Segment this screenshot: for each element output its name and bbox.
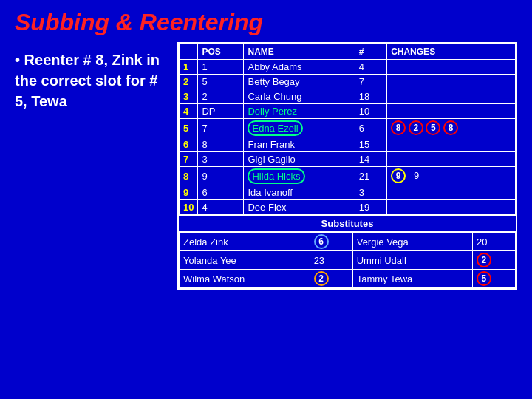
row-jersey: 19 xyxy=(355,200,386,215)
row-number: 10 xyxy=(180,200,198,215)
table-row: 6 8 Fran Frank 15 xyxy=(180,137,516,152)
row-changes: 8 2 5 8 xyxy=(387,119,516,137)
row-jersey: 7 xyxy=(355,75,386,89)
content-area: • Reenter # 8, Zink in the correct slot … xyxy=(0,42,532,290)
col-header-empty xyxy=(180,44,198,60)
row-pos: 4 xyxy=(198,200,244,215)
sub-row: Wilma Watson 2 Tammy Tewa 5 xyxy=(180,270,516,288)
col-header-pos: POS xyxy=(198,44,244,60)
row-pos: 5 xyxy=(198,75,244,89)
sub-num2: 20 xyxy=(472,233,515,251)
substitutes-table: Zelda Zink 6 Vergie Vega 20 Yolanda Yee … xyxy=(179,232,516,288)
col-header-changes: CHANGES xyxy=(387,44,516,60)
row-jersey: 18 xyxy=(355,89,386,104)
row-jersey: 21 xyxy=(355,167,386,185)
sub-name2: Ummi Udall xyxy=(352,251,472,270)
row-name: Fran Frank xyxy=(244,137,355,152)
table-row: 5 7 Edna Ezell 6 8 2 5 8 xyxy=(180,119,516,137)
row-number: 5 xyxy=(180,119,198,137)
name-oval-hilda: Hilda Hicks xyxy=(248,168,304,184)
row-jersey: 6 xyxy=(355,119,386,137)
row-jersey: 10 xyxy=(355,104,386,119)
row-number: 9 xyxy=(180,185,198,200)
row-jersey: 15 xyxy=(355,137,386,152)
row-changes: 9 9 xyxy=(387,167,516,185)
change-circle-8b: 8 xyxy=(443,120,458,135)
table-row: 1 1 Abby Adams 4 xyxy=(180,60,516,75)
change-circle-9a: 9 xyxy=(391,168,406,183)
sub-circle-2b: 2 xyxy=(314,271,329,286)
row-jersey: 14 xyxy=(355,152,386,167)
col-header-name: NAME xyxy=(244,44,355,60)
change-circle-5: 5 xyxy=(426,120,440,135)
row-pos: 3 xyxy=(198,152,244,167)
row-number: 8 xyxy=(180,167,198,185)
row-name: Dee Flex xyxy=(244,200,355,215)
row-name: Gigi Gaglio xyxy=(244,152,355,167)
row-changes xyxy=(387,200,516,215)
row-number: 7 xyxy=(180,152,198,167)
bullet-text-block: • Reenter # 8, Zink in the correct slot … xyxy=(15,42,163,112)
table-row: 3 2 Carla Chung 18 xyxy=(180,89,516,104)
sub-num2: 2 xyxy=(472,251,515,270)
row-changes xyxy=(387,75,516,89)
row-changes xyxy=(387,152,516,167)
row-pos: 6 xyxy=(198,185,244,200)
sub-circle-2: 2 xyxy=(477,253,491,267)
row-name: Dolly Perez xyxy=(244,104,355,119)
row-pos: DP xyxy=(198,104,244,119)
change-plain-9b: 9 xyxy=(414,170,419,181)
roster-table: POS NAME # CHANGES 1 1 Abby Adams 4 2 xyxy=(179,44,516,215)
change-circle-2: 2 xyxy=(409,120,423,135)
table-row: 9 6 Ida Ivanoff 3 xyxy=(180,185,516,200)
sub-row: Yolanda Yee 23 Ummi Udall 2 xyxy=(180,251,516,270)
row-name: Abby Adams xyxy=(244,60,355,75)
sub-name2: Vergie Vega xyxy=(352,233,472,251)
sub-circle-5: 5 xyxy=(477,271,491,286)
row-pos: 8 xyxy=(198,137,244,152)
row-number: 6 xyxy=(180,137,198,152)
table-row: 10 4 Dee Flex 19 xyxy=(180,200,516,215)
substitutes-header: Substitutes xyxy=(179,215,516,232)
row-changes xyxy=(387,60,516,75)
row-pos: 1 xyxy=(198,60,244,75)
row-number: 2 xyxy=(180,75,198,89)
row-changes xyxy=(387,89,516,104)
sub-name2: Tammy Tewa xyxy=(352,270,472,288)
row-name: Edna Ezell xyxy=(244,119,355,137)
row-name: Hilda Hicks xyxy=(244,167,355,185)
sub-name1: Wilma Watson xyxy=(180,270,310,288)
table-row: 7 3 Gigi Gaglio 14 xyxy=(180,152,516,167)
table-row: 8 9 Hilda Hicks 21 9 9 xyxy=(180,167,516,185)
row-name: Betty Begay xyxy=(244,75,355,89)
name-oval: Edna Ezell xyxy=(248,120,302,136)
table-row: 2 5 Betty Begay 7 xyxy=(180,75,516,89)
sub-name1: Yolanda Yee xyxy=(180,251,310,270)
sub-circle-6: 6 xyxy=(314,234,329,249)
page-title: Subbing & Reentering xyxy=(0,0,532,42)
row-number: 4 xyxy=(180,104,198,119)
sub-num1: 23 xyxy=(310,251,352,270)
row-changes xyxy=(387,137,516,152)
row-changes xyxy=(387,185,516,200)
row-name: Ida Ivanoff xyxy=(244,185,355,200)
row-changes xyxy=(387,104,516,119)
col-header-num: # xyxy=(355,44,386,60)
row-pos: 9 xyxy=(198,167,244,185)
sub-num1: 6 xyxy=(310,233,352,251)
change-circle-8: 8 xyxy=(391,120,406,135)
row-pos: 2 xyxy=(198,89,244,104)
row-jersey: 3 xyxy=(355,185,386,200)
table-row: 4 DP Dolly Perez 10 xyxy=(180,104,516,119)
row-name: Carla Chung xyxy=(244,89,355,104)
row-pos: 7 xyxy=(198,119,244,137)
roster-table-container: POS NAME # CHANGES 1 1 Abby Adams 4 2 xyxy=(177,42,517,290)
sub-name1: Zelda Zink xyxy=(180,233,310,251)
sub-row: Zelda Zink 6 Vergie Vega 20 xyxy=(180,233,516,251)
row-number: 3 xyxy=(180,89,198,104)
row-number: 1 xyxy=(180,60,198,75)
row-jersey: 4 xyxy=(355,60,386,75)
sub-num2: 5 xyxy=(472,270,515,288)
sub-num1: 2 xyxy=(310,270,352,288)
